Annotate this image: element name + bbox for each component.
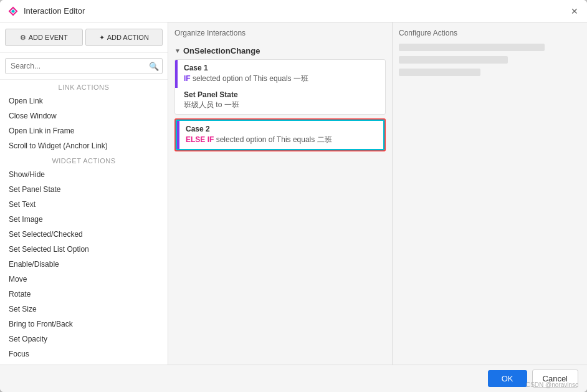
- configure-placeholder-2: [399, 56, 508, 64]
- case-2-condition: ELSE IF selected option of This equals 二…: [186, 135, 377, 145]
- case-2-keyword-else-if: ELSE IF: [186, 135, 214, 144]
- case-1-action-title: Set Panel State: [184, 90, 379, 99]
- case-1-action-row: Set Panel State 班级人员 to 一班: [175, 88, 385, 114]
- menu-item-enable-disable[interactable]: Enable/Disable: [0, 257, 168, 272]
- case-1-body: Case 1 IF selected option of This equals…: [178, 60, 385, 88]
- case-2-wrapper: Case 2 ELSE IF selected option of This e…: [174, 118, 386, 151]
- menu-item-set-size[interactable]: Set Size: [0, 302, 168, 317]
- menu-item-open-link[interactable]: Open Link: [0, 93, 168, 108]
- search-box: 🔍: [0, 53, 168, 80]
- menu-item-open-link-frame[interactable]: Open Link in Frame: [0, 123, 168, 138]
- menu-item-set-panel-state[interactable]: Set Panel State: [0, 182, 168, 197]
- case-2-block[interactable]: Case 2 ELSE IF selected option of This e…: [176, 120, 384, 150]
- app-logo-icon: [7, 6, 19, 17]
- menu-item-close-window[interactable]: Close Window: [0, 108, 168, 123]
- case-2-body: Case 2 ELSE IF selected option of This e…: [179, 121, 383, 149]
- event-group: ▼ OnSelectionChange Case 1 IF selected o…: [174, 46, 386, 155]
- watermark: CSDN @noravinsc: [526, 381, 578, 388]
- menu-item-bring-front-back[interactable]: Bring to Front/Back: [0, 317, 168, 332]
- left-panel: ⚙ ADD EVENT ✦ ADD ACTION 🔍 LINK ACTIONS …: [0, 22, 168, 365]
- add-action-icon: ✦: [99, 34, 105, 42]
- menu-item-scroll-to-widget[interactable]: Scroll to Widget (Anchor Link): [0, 138, 168, 153]
- menu-item-focus[interactable]: Focus: [0, 347, 168, 361]
- left-scroll-area[interactable]: LINK ACTIONS Open Link Close Window Open…: [0, 80, 168, 365]
- case-1-action-detail: 班级人员 to 一班: [184, 100, 379, 110]
- event-arrow-icon: ▼: [174, 47, 181, 54]
- configure-placeholder-3: [399, 69, 480, 76]
- menu-item-set-image[interactable]: Set Image: [0, 212, 168, 227]
- title-bar: Interaction Editor ✕: [0, 0, 587, 22]
- menu-item-set-opacity[interactable]: Set Opacity: [0, 332, 168, 347]
- case-1-keyword-if: IF: [184, 74, 191, 83]
- case-2-header-row: Case 2 ELSE IF selected option of This e…: [177, 121, 383, 149]
- menu-item-set-selected-list-option[interactable]: Set Selected List Option: [0, 242, 168, 257]
- ok-button[interactable]: OK: [488, 370, 527, 387]
- add-action-button[interactable]: ✦ ADD ACTION: [85, 29, 163, 46]
- widget-actions-header: WIDGET ACTIONS: [0, 153, 168, 167]
- action-buttons: ⚙ ADD EVENT ✦ ADD ACTION: [0, 22, 168, 53]
- case-1-condition-text: selected option of This equals 一班: [193, 74, 308, 83]
- case-1-condition: IF selected option of This equals 一班: [184, 74, 379, 84]
- case-2-title: Case 2: [186, 125, 377, 133]
- menu-item-set-text[interactable]: Set Text: [0, 197, 168, 212]
- menu-item-set-selected-checked[interactable]: Set Selected/Checked: [0, 227, 168, 242]
- interaction-editor-dialog: Interaction Editor ✕ ⚙ ADD EVENT ✦ ADD A…: [0, 0, 587, 392]
- menu-item-move[interactable]: Move: [0, 272, 168, 287]
- search-icon: 🔍: [149, 62, 159, 71]
- add-event-button[interactable]: ⚙ ADD EVENT: [5, 29, 83, 46]
- right-panel: Configure Actions: [393, 22, 587, 365]
- organize-interactions-title: Organize Interactions: [174, 29, 386, 40]
- middle-panel: Organize Interactions ▼ OnSelectionChang…: [168, 22, 393, 365]
- add-event-icon: ⚙: [20, 34, 26, 42]
- dialog-title: Interaction Editor: [24, 6, 570, 16]
- close-button[interactable]: ✕: [570, 6, 580, 16]
- search-input[interactable]: [5, 58, 163, 74]
- case-1-block[interactable]: Case 1 IF selected option of This equals…: [174, 59, 386, 115]
- case-2-condition-text: selected option of This equals 二班: [216, 135, 332, 144]
- footer: OK Cancel: [0, 365, 587, 392]
- configure-placeholder-1: [399, 44, 545, 51]
- menu-item-rotate[interactable]: Rotate: [0, 287, 168, 302]
- configure-actions-title: Configure Actions: [399, 29, 581, 37]
- link-actions-header: LINK ACTIONS: [0, 80, 168, 93]
- case-1-title: Case 1: [184, 64, 379, 72]
- case-1-header-row: Case 1 IF selected option of This equals…: [175, 60, 385, 88]
- event-name: ▼ OnSelectionChange: [174, 46, 386, 55]
- main-content: ⚙ ADD EVENT ✦ ADD ACTION 🔍 LINK ACTIONS …: [0, 22, 587, 365]
- menu-item-show-hide[interactable]: Show/Hide: [0, 167, 168, 182]
